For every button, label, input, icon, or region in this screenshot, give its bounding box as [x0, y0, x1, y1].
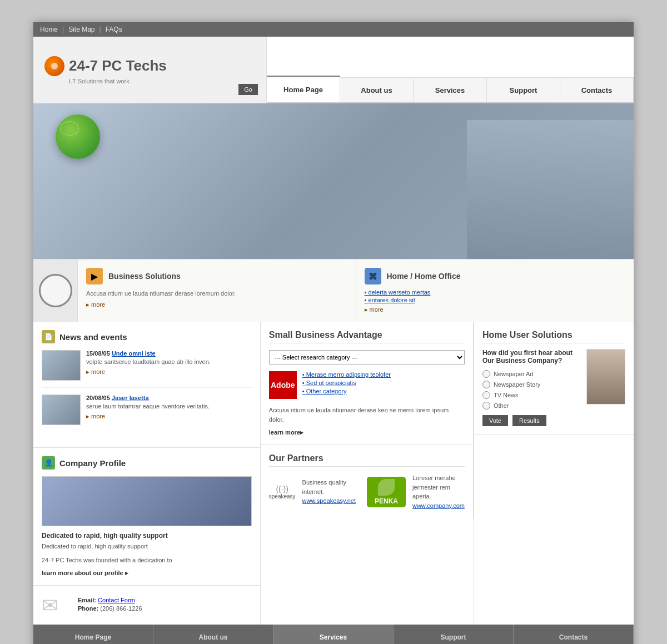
- speakeasy-link[interactable]: www.speakeasy.net: [302, 497, 356, 504]
- footer-nav-contacts[interactable]: Contacts: [514, 625, 634, 644]
- solutions-more-1[interactable]: more: [86, 301, 347, 308]
- results-button[interactable]: Results: [512, 415, 546, 426]
- contact-info: Email: Contact Form Phone: (206) 866-122…: [78, 597, 142, 613]
- clock-icon: [39, 274, 72, 307]
- top-nav-home[interactable]: Home: [40, 26, 58, 33]
- company-bold-title: Dedicated to rapid, high quality support: [42, 532, 252, 540]
- user-solutions-title: Home User Solutions: [482, 330, 625, 343]
- news-item-2: 20/08/05 Jaser lasetta serue laum totamr…: [42, 395, 252, 432]
- solutions-bar: ▶ Business Solutions Accusa ntium ue lau…: [33, 259, 634, 322]
- nav-homepage[interactable]: Home Page: [267, 76, 340, 102]
- radio-label-1: Newspaper Ad: [494, 371, 534, 377]
- main-navigation: Home Page About us Services Support Cont…: [267, 37, 634, 102]
- company-profile-link[interactable]: learn more about our profile: [42, 570, 128, 576]
- left-sidebar: 📄 News and events 15/08/05 Unde omni ist…: [33, 322, 261, 625]
- adobe-logo: Adobe: [269, 371, 297, 399]
- solutions-title-2: Home / Home Office: [387, 272, 461, 281]
- main-nav-panel: Home Page About us Services Support Cont…: [267, 37, 634, 103]
- logo-icon: [44, 56, 64, 76]
- radio-circle-1[interactable]: [482, 370, 490, 378]
- adobe-link-1[interactable]: Merase merro adipsing teolofer: [302, 371, 391, 378]
- footer-nav-homepage[interactable]: Home Page: [33, 625, 153, 644]
- nav-support[interactable]: Support: [487, 77, 560, 102]
- go-button[interactable]: Go: [238, 84, 258, 95]
- penka-link[interactable]: www.company.com: [412, 502, 465, 509]
- nav-aboutus[interactable]: About us: [340, 77, 414, 102]
- user-image: [586, 349, 625, 405]
- solutions-links-2: delerta werseto mertas entares dolore si…: [365, 289, 626, 303]
- radio-option-3: TV News: [482, 391, 581, 399]
- solution-header-2: ⌘ Home / Home Office: [365, 268, 626, 284]
- contact-email: Email: Contact Form: [78, 597, 142, 603]
- news-more-1[interactable]: more: [86, 368, 211, 376]
- research-category-select[interactable]: --- Select research category ---: [269, 350, 465, 365]
- globe-icon: [56, 114, 100, 159]
- radio-circle-2[interactable]: [482, 381, 490, 388]
- news-icon: 📄: [42, 330, 55, 343]
- brand-name: 24-7 PC Techs: [69, 57, 167, 74]
- adobe-link-2[interactable]: Sed ut perspiciatis: [302, 380, 391, 386]
- business-solutions-item: ▶ Business Solutions Accusa ntium ue lau…: [78, 259, 356, 322]
- penka-leaf-icon: [378, 479, 395, 496]
- penka-logo: PENKA: [367, 477, 406, 507]
- radio-label-2: Newspaper Story: [494, 381, 540, 388]
- solution-header-1: ▶ Business Solutions: [86, 268, 347, 284]
- news-content-2: 20/08/05 Jaser lasetta serue laum totamr…: [86, 395, 210, 425]
- sep2: |: [99, 26, 101, 33]
- contact-phone: Phone: (206) 866-1226: [78, 605, 142, 612]
- footer-nav-support[interactable]: Support: [394, 625, 514, 644]
- hero-image: [33, 103, 634, 259]
- footer-nav-aboutus[interactable]: About us: [153, 625, 273, 644]
- top-nav-sitemap[interactable]: Site Map: [68, 26, 94, 33]
- news-thumb-1: [42, 350, 81, 381]
- adobe-link-3[interactable]: Other category: [302, 388, 391, 395]
- solutions-icon-orange: ▶: [86, 268, 103, 284]
- contact-email-link[interactable]: Contact Form: [98, 597, 135, 603]
- news-section: 📄 News and events 15/08/05 Unde omni ist…: [33, 322, 260, 448]
- small-biz-learn-more[interactable]: learn more: [269, 429, 303, 436]
- solutions-icon-blue: ⌘: [365, 268, 381, 284]
- partner-penka: PENKA Loreser merahe jermester rem aperi…: [367, 473, 465, 510]
- news-link-1[interactable]: Unde omni iste: [112, 350, 156, 357]
- vote-button[interactable]: Vote: [482, 415, 508, 426]
- partner-speakeasy: ((·)) speakeasy Business quality interne…: [269, 478, 356, 506]
- radio-label-4: Other: [494, 402, 509, 409]
- company-section: 👤 Company Profile Dedicated to rapid, hi…: [33, 448, 260, 586]
- solutions-title-1: Business Solutions: [108, 272, 181, 281]
- news-content-1: 15/08/05 Unde omni iste volpte santserue…: [86, 350, 211, 381]
- company-text-2: 24-7 PC Techs was founded with a dedicat…: [42, 556, 252, 565]
- news-text-1: volpte santserue laudtotam quae ab illo …: [86, 358, 211, 366]
- solution-link-2[interactable]: entares dolore sit: [365, 297, 626, 303]
- news-link-2[interactable]: Jaser lasetta: [112, 395, 149, 401]
- hero-person-image: [467, 120, 634, 259]
- company-title: Company Profile: [59, 458, 126, 468]
- solution-link-1[interactable]: delerta werseto mertas: [365, 289, 626, 296]
- right-column: Home User Solutions How did you first he…: [474, 322, 634, 625]
- partners-section: Our Partners ((·)) speakeasy Business qu…: [261, 445, 474, 518]
- news-more-2[interactable]: more: [86, 413, 210, 420]
- adobe-row: Adobe Merase merro adipsing teolofer Sed…: [269, 371, 465, 399]
- nav-services[interactable]: Services: [414, 77, 487, 102]
- radio-circle-3[interactable]: [482, 391, 490, 399]
- solutions-more-2[interactable]: more: [365, 306, 626, 313]
- vote-buttons: Vote Results: [482, 415, 625, 426]
- footer-nav-services[interactable]: Services: [273, 625, 394, 644]
- home-office-item: ⌘ Home / Home Office delerta werseto mer…: [356, 259, 634, 322]
- solutions-text-1: Accusa ntium ue lauda ntiumasr derase lo…: [86, 289, 347, 298]
- news-item-1: 15/08/05 Unde omni iste volpte santserue…: [42, 350, 252, 388]
- radio-circle-4[interactable]: [482, 402, 490, 410]
- footer-navigation: Home Page About us Services Support Cont…: [33, 625, 634, 644]
- partners-title: Our Partners: [269, 453, 465, 467]
- contact-section: Email: Contact Form Phone: (206) 866-122…: [33, 586, 260, 625]
- nav-contacts[interactable]: Contacts: [560, 77, 634, 102]
- news-date-2: 20/08/05 Jaser lasetta: [86, 395, 210, 401]
- top-nav-faqs[interactable]: FAQs: [106, 26, 122, 33]
- penka-desc: Loreser merahe jermester rem aperia. www…: [412, 473, 465, 510]
- news-thumb-2: [42, 395, 81, 425]
- header: 24-7 PC Techs I.T Solutions that work Go…: [33, 37, 634, 103]
- radio-option-1: Newspaper Ad: [482, 370, 581, 378]
- radio-label-3: TV News: [494, 392, 519, 398]
- brand-logo: 24-7 PC Techs: [44, 56, 255, 76]
- company-icon: 👤: [42, 456, 55, 470]
- brand-tagline: I.T Solutions that work: [69, 78, 255, 84]
